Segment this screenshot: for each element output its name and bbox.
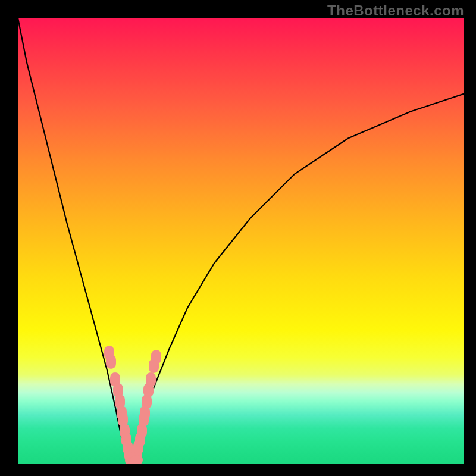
chart-frame: TheBottleneck.com: [0, 0, 476, 476]
marker-blob: [106, 355, 116, 369]
marker-blob: [151, 350, 161, 364]
marker-blob: [117, 406, 127, 420]
marker-blob: [131, 455, 143, 464]
marker-blob: [131, 447, 142, 462]
marker-blob: [129, 457, 141, 465]
marker-blob: [123, 440, 133, 455]
marker-blob: [120, 424, 130, 438]
marker-blob: [142, 394, 152, 409]
marker-blob: [135, 433, 145, 447]
marker-blob: [121, 433, 131, 447]
watermark-text: TheBottleneck.com: [327, 2, 464, 19]
bottleneck-curve: [18, 18, 464, 464]
marker-blob: [118, 412, 128, 427]
marker-blob: [128, 457, 140, 464]
marker-blob: [139, 412, 149, 427]
marker-blob: [113, 383, 123, 397]
curve-svg: [18, 18, 464, 464]
marker-blob: [137, 424, 147, 438]
marker-blob: [143, 383, 154, 397]
marker-blob: [127, 457, 139, 465]
marker-blob: [126, 452, 136, 464]
marker-blob: [146, 372, 156, 387]
marker-blob: [133, 440, 143, 455]
marker-blob: [110, 372, 120, 387]
marker-blob: [104, 346, 114, 360]
plot-area: [18, 18, 464, 464]
marker-blob: [140, 406, 150, 420]
marker-blob: [125, 456, 137, 464]
marker-blob: [124, 447, 134, 462]
marker-blob: [115, 394, 125, 409]
marker-blob: [149, 359, 159, 373]
